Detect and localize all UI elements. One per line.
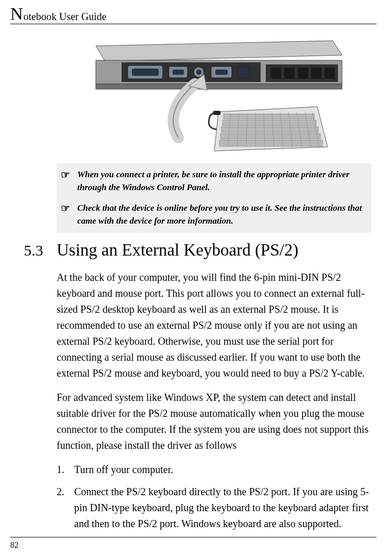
header-dropcap: N	[10, 5, 23, 23]
step-text: Turn off your computer.	[74, 462, 173, 478]
pointing-hand-icon: ☞	[61, 169, 70, 181]
page-content: ☞ When you connect a printer, be sure to…	[10, 35, 377, 532]
step-item: 2. Connect the PS/2 keyboard directly to…	[57, 484, 371, 532]
section-number: 5.3	[10, 242, 57, 259]
svg-rect-23	[221, 127, 318, 132]
laptop-ports-illustration	[80, 35, 348, 153]
svg-rect-5	[132, 69, 159, 76]
svg-rect-22	[223, 120, 316, 126]
svg-rect-25	[219, 140, 322, 146]
svg-rect-17	[311, 68, 321, 79]
svg-rect-15	[284, 68, 295, 79]
svg-marker-0	[96, 41, 342, 61]
note-text: When you connect a printer, be sure to i…	[77, 169, 367, 194]
svg-rect-24	[220, 133, 320, 139]
svg-rect-12	[238, 66, 249, 78]
body-paragraph: At the back of your computer, you will f…	[57, 269, 371, 381]
svg-point-9	[196, 70, 201, 75]
svg-rect-37	[213, 111, 220, 115]
step-number: 2.	[57, 484, 74, 532]
note-item: ☞ Check that the device is online before…	[57, 200, 371, 229]
svg-rect-7	[173, 70, 184, 75]
page-footer: 82	[10, 537, 377, 550]
page-number: 82	[10, 541, 19, 549]
svg-rect-11	[215, 70, 228, 75]
header-title-rest: otebook User Guide	[24, 11, 107, 23]
svg-rect-14	[271, 68, 281, 79]
note-text: Check that the device is online before y…	[77, 202, 367, 227]
svg-rect-21	[224, 114, 314, 119]
svg-rect-2	[96, 84, 342, 89]
step-text: Connect the PS/2 keyboard directly to th…	[74, 484, 371, 532]
pointing-hand-icon: ☞	[61, 202, 70, 214]
section-title: Using an External Keyboard (PS/2)	[57, 240, 298, 261]
section-heading: 5.3 Using an External Keyboard (PS/2)	[10, 240, 371, 261]
note-box: ☞ When you connect a printer, be sure to…	[57, 163, 371, 233]
svg-rect-16	[298, 68, 308, 79]
step-item: 1. Turn off your computer.	[57, 462, 371, 478]
step-number: 1.	[57, 462, 74, 478]
note-item: ☞ When you connect a printer, be sure to…	[57, 166, 371, 200]
page-header: N otebook User Guide	[10, 5, 377, 24]
body-paragraph: For advanced system like Windows XP, the…	[57, 390, 371, 453]
svg-rect-18	[325, 68, 335, 79]
